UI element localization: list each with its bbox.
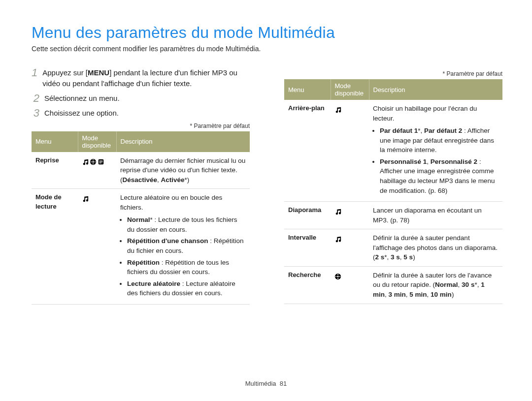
- table-row: IntervalleDéfinir la durée à sauter pend…: [284, 229, 502, 267]
- svg-point-12: [337, 274, 338, 275]
- right-column: * Paramètre par défaut Menu Mode disponi…: [284, 67, 502, 305]
- col-header-menu: Menu: [284, 79, 331, 100]
- svg-rect-8: [100, 161, 103, 162]
- description-cell: Lancer un diaporama en écoutant un MP3. …: [369, 202, 502, 229]
- page-title: Menu des paramètres du mode Multimédia: [32, 24, 502, 42]
- menu-cell: Recherche: [284, 266, 331, 304]
- col-header-desc: Description: [116, 131, 250, 152]
- mode-cell: [78, 189, 116, 305]
- col-header-mode: Mode disponible: [78, 131, 116, 152]
- music-icon: [334, 208, 341, 215]
- svg-rect-9: [100, 163, 101, 163]
- menu-cell: Arrière-plan: [284, 100, 331, 202]
- default-param-footnote-left: * Paramètre par défaut: [32, 123, 250, 129]
- svg-point-14: [335, 276, 336, 277]
- step-number: 3: [32, 108, 39, 119]
- table-row: RechercheDéfinir la durée à sauter lors …: [284, 266, 502, 304]
- description-cell: Définir la durée à sauter pendant l'affi…: [369, 229, 502, 267]
- step-text: Choisissez une option.: [44, 108, 119, 119]
- description-cell: Définir la durée à sauter lors de l'avan…: [369, 266, 502, 304]
- music-icon: [334, 106, 341, 113]
- svg-point-2: [93, 159, 94, 160]
- step-text: Appuyez sur [MENU] pendant la lecture d'…: [42, 67, 250, 89]
- mode-cell: [331, 229, 369, 267]
- svg-rect-7: [100, 160, 103, 161]
- mode-cell: [331, 202, 369, 229]
- svg-point-5: [95, 161, 96, 162]
- description-cell: Lecture aléatoire ou en boucle des fichi…: [116, 189, 250, 305]
- col-header-menu: Menu: [32, 131, 78, 152]
- mode-cell: [78, 152, 116, 189]
- col-header-desc: Description: [369, 79, 502, 100]
- left-params-table: Menu Mode disponible Description Reprise…: [32, 131, 250, 305]
- description-cell: Choisir un habillage pour l'écran du lec…: [369, 100, 502, 202]
- svg-point-11: [337, 276, 339, 278]
- right-params-table: Menu Mode disponible Description Arrière…: [284, 79, 502, 304]
- text-icon: [98, 158, 104, 165]
- step-number: 2: [32, 93, 39, 104]
- svg-point-15: [339, 276, 340, 277]
- col-header-mode: Mode disponible: [331, 79, 369, 100]
- mode-cell: [331, 266, 369, 304]
- step-text: Sélectionnez un menu.: [44, 93, 120, 104]
- svg-point-3: [93, 163, 94, 164]
- menu-cell: Mode de lecture: [32, 189, 78, 305]
- page-footer: Multimédia 81: [0, 380, 532, 387]
- step-item: 3Choisissez une option.: [32, 108, 250, 119]
- mode-cell: [331, 100, 369, 202]
- table-row: DiaporamaLancer un diaporama en écoutant…: [284, 202, 502, 229]
- menu-cell: Reprise: [32, 152, 78, 189]
- table-row: Mode de lectureLecture aléatoire ou en b…: [32, 189, 250, 305]
- step-item: 1Appuyez sur [MENU] pendant la lecture d…: [32, 67, 250, 89]
- left-column: 1Appuyez sur [MENU] pendant la lecture d…: [32, 67, 250, 305]
- step-item: 2Sélectionnez un menu.: [32, 93, 250, 104]
- menu-cell: Diaporama: [284, 202, 331, 229]
- step-number: 1: [32, 67, 37, 78]
- svg-point-4: [91, 161, 92, 162]
- menu-key: MENU: [88, 68, 109, 77]
- music-icon: [82, 195, 89, 202]
- default-param-footnote-right: * Paramètre par défaut: [284, 70, 502, 77]
- footer-section: Multimédia: [245, 380, 276, 387]
- menu-cell: Intervalle: [284, 229, 331, 267]
- steps-list: 1Appuyez sur [MENU] pendant la lecture d…: [32, 67, 250, 119]
- video-icon: [90, 158, 97, 165]
- music-icon: [82, 158, 89, 165]
- description-cell: Démarrage du dernier fichier musical lu …: [116, 152, 250, 189]
- footer-page-number: 81: [280, 380, 287, 387]
- video-icon: [334, 273, 341, 279]
- music-icon: [334, 235, 341, 242]
- table-row: Arrière-planChoisir un habillage pour l'…: [284, 100, 502, 202]
- table-row: RepriseDémarrage du dernier fichier musi…: [32, 152, 250, 189]
- intro-text: Cette section décrit comment modifier le…: [32, 45, 502, 53]
- svg-point-1: [92, 161, 94, 163]
- svg-point-13: [337, 278, 338, 279]
